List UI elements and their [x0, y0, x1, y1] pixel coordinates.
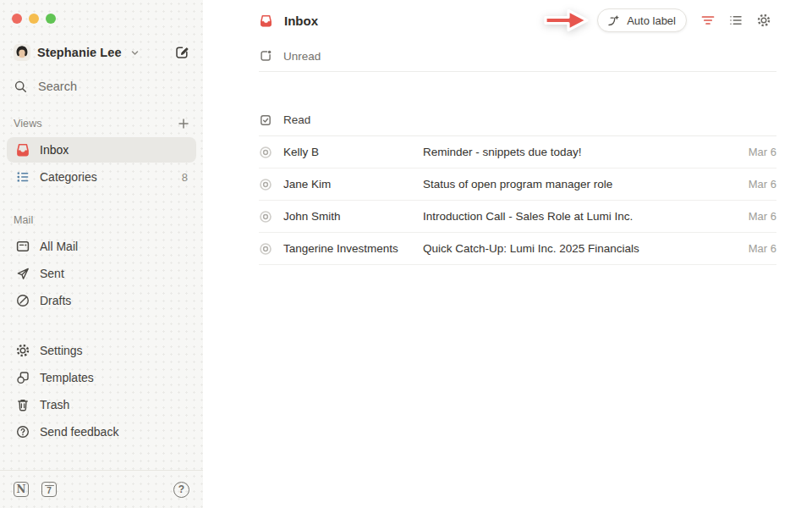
email-date: Mar 6 — [749, 210, 776, 223]
read-status-icon — [259, 146, 272, 159]
views-list: Inbox Categories 8 — [0, 135, 203, 191]
email-subject: Quick Catch-Up: Lumi Inc. 2025 Financial… — [423, 242, 738, 255]
gear-icon — [15, 343, 30, 358]
inbox-panel: Inbox Auto label — [203, 0, 812, 508]
sidebar-item-label: Inbox — [40, 143, 188, 157]
section-label: Read — [283, 113, 310, 126]
minimize-window-button[interactable] — [29, 14, 39, 24]
email-date: Mar 6 — [749, 146, 776, 158]
filter-icon[interactable] — [700, 13, 716, 28]
header-toolbar: Auto label — [541, 7, 771, 34]
read-status-icon — [259, 210, 272, 224]
email-subject: Reminder - snippets due today! — [423, 146, 738, 158]
compose-icon[interactable] — [174, 45, 189, 60]
unread-icon — [259, 49, 272, 63]
email-sender: Jane Kim — [283, 178, 412, 190]
all-mail-icon — [15, 239, 30, 254]
help-glyph: ? — [178, 483, 184, 495]
window-controls — [0, 0, 203, 24]
categories-icon — [15, 169, 30, 185]
mail-section-header: Mail — [0, 212, 203, 229]
calendar-app-icon[interactable]: 7 — [41, 482, 57, 497]
pointer-arrow-annotation — [541, 7, 590, 34]
search-input[interactable]: Search — [0, 73, 203, 100]
settings-gear-icon[interactable] — [756, 13, 771, 28]
account-name: Stephanie Lee — [37, 46, 122, 59]
help-icon[interactable]: ? — [173, 482, 189, 498]
sidebar-item-categories[interactable]: Categories 8 — [7, 164, 196, 190]
sidebar-item-label: Send feedback — [40, 425, 188, 439]
sidebar-item-trash[interactable]: Trash — [7, 392, 196, 417]
email-date: Mar 6 — [749, 242, 776, 255]
email-sender: John Smith — [283, 210, 412, 223]
account-switcher[interactable]: Stephanie Lee — [0, 39, 203, 66]
section-unread[interactable]: Unread — [203, 41, 812, 71]
inbox-header: Inbox Auto label — [203, 0, 812, 41]
search-placeholder: Search — [38, 80, 77, 93]
templates-icon — [15, 370, 30, 385]
sidebar-item-send-feedback[interactable]: Send feedback — [7, 419, 196, 444]
add-view-icon[interactable] — [178, 118, 189, 130]
sent-icon — [15, 266, 30, 281]
sidebar-footer: N 7 ? — [0, 470, 203, 508]
email-row[interactable]: John Smith Introduction Call - Sales Rol… — [259, 201, 776, 233]
inbox-icon — [15, 142, 30, 157]
notion-app-icon[interactable]: N — [14, 482, 29, 497]
email-subject: Introduction Call - Sales Role at Lumi I… — [423, 210, 738, 223]
sidebar-item-label: Sent — [40, 267, 188, 280]
list-view-icon[interactable] — [728, 13, 743, 28]
email-row[interactable]: Tangerine Investments Quick Catch-Up: Lu… — [259, 233, 776, 265]
read-status-icon — [259, 178, 272, 191]
email-date: Mar 6 — [749, 178, 776, 190]
sidebar-item-inbox[interactable]: Inbox — [7, 137, 196, 163]
email-subject: Status of open program manager role — [423, 178, 738, 190]
utility-list: Settings Templates Trash — [0, 336, 203, 446]
calendar-day: 7 — [47, 487, 52, 495]
page-title: Inbox — [284, 14, 318, 28]
views-section-header: Views — [0, 115, 203, 132]
inbox-title: Inbox — [259, 14, 318, 28]
question-circle-icon — [15, 424, 30, 439]
spacer — [203, 72, 812, 104]
inbox-icon — [259, 14, 273, 28]
close-window-button[interactable] — [12, 14, 22, 24]
notion-glyph: N — [17, 484, 26, 494]
trash-icon — [15, 397, 30, 412]
drafts-icon — [15, 293, 30, 308]
read-checkbox-icon — [259, 113, 272, 127]
mail-section-label: Mail — [14, 214, 33, 226]
sidebar-item-label: Settings — [40, 344, 188, 357]
chevron-down-icon — [130, 48, 140, 58]
read-status-icon — [259, 242, 272, 256]
sidebar-item-drafts[interactable]: Drafts — [7, 288, 196, 313]
section-read[interactable]: Read — [203, 104, 812, 135]
section-label: Unread — [283, 50, 321, 63]
views-section-label: Views — [14, 118, 42, 130]
sidebar-item-label: Drafts — [40, 294, 188, 307]
zoom-window-button[interactable] — [46, 14, 56, 24]
auto-label-button[interactable]: Auto label — [597, 8, 687, 32]
search-icon — [14, 80, 28, 94]
sidebar-item-label: All Mail — [40, 240, 188, 253]
view-controls — [700, 13, 771, 28]
mail-list: All Mail Sent Drafts — [0, 232, 203, 315]
auto-label-button-label: Auto label — [627, 14, 676, 27]
email-row[interactable]: Kelly B Reminder - snippets due today! M… — [259, 136, 776, 168]
sidebar-item-templates[interactable]: Templates — [7, 365, 196, 390]
categories-count-badge: 8 — [182, 171, 188, 184]
email-row[interactable]: Jane Kim Status of open program manager … — [259, 168, 776, 201]
auto-label-icon — [606, 14, 621, 28]
sidebar: Stephanie Lee Search Views — [0, 0, 203, 508]
sidebar-item-label: Templates — [40, 371, 188, 384]
sidebar-item-settings[interactable]: Settings — [7, 338, 196, 363]
email-sender: Tangerine Investments — [283, 242, 412, 255]
sidebar-item-label: Categories — [40, 170, 173, 184]
email-sender: Kelly B — [283, 146, 412, 158]
sidebar-item-all-mail[interactable]: All Mail — [7, 234, 196, 259]
sidebar-item-sent[interactable]: Sent — [7, 261, 196, 286]
mail-app-window: Stephanie Lee Search Views — [0, 0, 812, 508]
sidebar-item-label: Trash — [40, 398, 188, 411]
avatar — [14, 44, 30, 61]
